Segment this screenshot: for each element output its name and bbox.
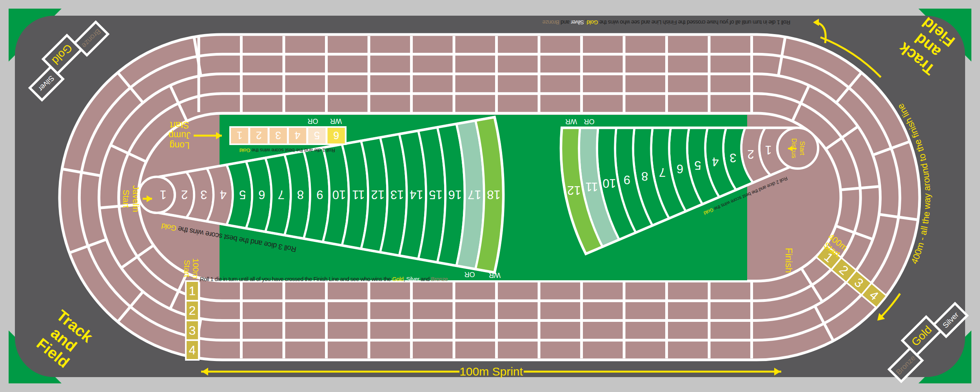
discus-fan-space-number: 9	[624, 173, 630, 187]
discus-fan-space-number: 7	[659, 165, 666, 179]
javelin-fan-space-number: 16	[448, 188, 462, 201]
start-100m-label: Start	[183, 260, 192, 278]
javelin-fan-space-number: 5	[239, 188, 246, 201]
javelin-olympic-record-label: OR	[464, 270, 475, 278]
long-jump-space-number: 4	[295, 129, 301, 141]
javelin-fan-space-number: 11	[352, 188, 365, 201]
javelin-fan-space-number: 18	[487, 188, 500, 201]
long-jump-start-label: LongJumpStart	[169, 120, 191, 151]
finish-label: Finish	[784, 248, 794, 273]
javelin-fan-space-number: 15	[429, 188, 442, 201]
javelin-fan-space-number: 9	[316, 188, 323, 201]
discus-world-record-label: WR	[565, 118, 577, 125]
javelin-fan-space-number: 10	[332, 188, 346, 201]
start-cell-100m-number: 1	[189, 284, 196, 298]
discus-fan-space-number: 12	[567, 183, 581, 197]
javelin-fan-space-number: 1	[160, 188, 166, 201]
long-jump-strip: 123456	[229, 126, 347, 145]
long-jump-space-number: 2	[256, 129, 262, 141]
start-100m-label: 100m	[191, 258, 200, 279]
javelin-start-label: Start	[121, 190, 131, 208]
discus-start-label: Discus	[790, 138, 798, 158]
long-jump-world-record-label: WR	[330, 117, 342, 125]
discus-fan-space-number: 8	[641, 169, 648, 183]
javelin-fan-space-number: 2	[181, 188, 188, 201]
javelin-fan-space-number: 7	[278, 188, 285, 201]
long-jump-olympic-record-label: OR	[307, 117, 318, 125]
discus-fan-space-number: 6	[677, 162, 683, 176]
discus-fan-space-number: 1	[765, 143, 772, 157]
instruction-text-bottom: Roll 1 die in turn until all of you have…	[200, 276, 448, 282]
long-jump-space-number: 5	[314, 129, 320, 141]
javelin-fan-space-number: 12	[371, 188, 384, 201]
javelin-fan-space-number: 14	[410, 188, 423, 201]
discus-fan-space-number: 11	[585, 180, 598, 194]
long-jump-space-number: 6	[333, 129, 339, 141]
start-cell-100m-number: 2	[189, 303, 196, 318]
discus-start-label: Start	[799, 141, 806, 155]
javelin-fan-apex-circle	[139, 177, 175, 213]
javelin-fan-space-number: 8	[297, 188, 304, 201]
start-cell-100m-number: 4	[189, 343, 196, 357]
javelin-fan-space-number: 3	[200, 188, 207, 201]
discus-fan-space-number: 10	[603, 176, 616, 190]
javelin-world-record-label: WR	[489, 271, 501, 279]
discus-fan-space-number: 2	[747, 147, 754, 161]
sprint-distance-label: 100m Sprint	[459, 365, 523, 378]
javelin-fan-space-number: 6	[258, 188, 265, 201]
start-cell-100m-number: 3	[189, 323, 196, 338]
javelin-fan-space-number: 17	[468, 188, 481, 201]
discus-fan-space-number: 4	[712, 155, 719, 169]
discus-fan-space-number: 3	[730, 151, 736, 165]
discus-olympic-record-label: OR	[584, 118, 594, 125]
javelin-fan-space-number: 13	[390, 188, 404, 201]
long-jump-caption: Roll 1 die and the best score wins the G…	[240, 147, 335, 153]
instruction-text-top: Roll 1 die in turn until all of you have…	[542, 19, 790, 25]
start-band-100m: 1234	[186, 281, 199, 360]
javelin-start-label: Javelin	[131, 185, 141, 212]
javelin-fan-space-number: 4	[220, 188, 227, 201]
long-jump-space-number: 1	[237, 129, 243, 141]
long-jump-space-number: 3	[275, 129, 281, 141]
discus-fan-space-number: 5	[694, 158, 701, 172]
track-and-field-game-board: 1234567891011121314151617181234567891011…	[0, 0, 980, 392]
